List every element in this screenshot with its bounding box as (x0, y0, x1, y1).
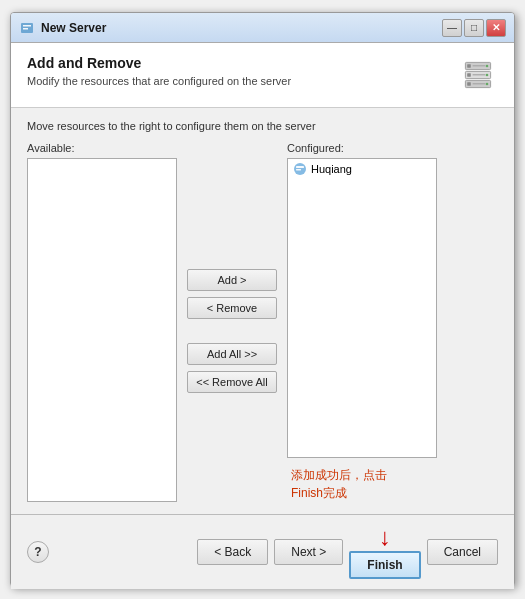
page-title: Add and Remove (27, 55, 291, 71)
svg-rect-4 (467, 64, 471, 68)
svg-point-14 (486, 83, 489, 86)
item-name: Huqiang (311, 163, 352, 175)
main-window: New Server — □ ✕ Add and Remove Modify t… (10, 12, 515, 587)
content-area: Move resources to the right to configure… (11, 108, 514, 514)
maximize-button[interactable]: □ (464, 19, 484, 37)
window-icon (19, 20, 35, 36)
header-icon (458, 55, 498, 95)
header-section: Add and Remove Modify the resources that… (11, 43, 514, 108)
svg-point-6 (486, 65, 489, 68)
add-all-button[interactable]: Add All >> (187, 343, 277, 365)
red-arrow-icon: ↓ (379, 525, 391, 549)
available-label: Available: (27, 142, 177, 154)
svg-rect-16 (296, 166, 304, 168)
back-button[interactable]: < Back (197, 539, 268, 565)
arrow-indicator: ↓ Finish (349, 525, 420, 579)
footer-buttons: < Back Next > ↓ Finish Cancel (197, 525, 498, 579)
svg-rect-2 (23, 28, 28, 30)
next-button[interactable]: Next > (274, 539, 343, 565)
svg-point-10 (486, 74, 489, 77)
window-title: New Server (41, 21, 106, 35)
configured-panel-wrapper: Configured: Huqiang 添加成功后，点击Finish完成 (287, 142, 498, 502)
title-bar: New Server — □ ✕ (11, 13, 514, 43)
finish-button[interactable]: Finish (349, 551, 420, 579)
svg-rect-1 (23, 25, 31, 27)
svg-rect-5 (473, 65, 486, 66)
close-button[interactable]: ✕ (486, 19, 506, 37)
server-icon (460, 57, 496, 93)
svg-rect-13 (473, 83, 486, 84)
available-panel: Available: (27, 142, 177, 502)
remove-button[interactable]: < Remove (187, 297, 277, 319)
action-buttons: Add > < Remove Add All >> << Remove All (177, 160, 287, 502)
available-list[interactable] (27, 158, 177, 502)
title-bar-left: New Server (19, 20, 106, 36)
list-item[interactable]: Huqiang (288, 159, 436, 179)
instruction-text: Move resources to the right to configure… (27, 120, 498, 132)
svg-rect-9 (473, 74, 486, 75)
help-button[interactable]: ? (27, 541, 49, 563)
svg-rect-12 (467, 82, 471, 86)
page-subtitle: Modify the resources that are configured… (27, 75, 291, 87)
configured-label: Configured: (287, 142, 498, 154)
footer: ? < Back Next > ↓ Finish Cancel (11, 514, 514, 589)
panels-row: Available: Add > < Remove Add All >> << … (27, 142, 498, 502)
configured-list[interactable]: Huqiang (287, 158, 437, 458)
header-text: Add and Remove Modify the resources that… (27, 55, 291, 87)
annotation-text: 添加成功后，点击Finish完成 (291, 466, 498, 502)
item-server-icon (293, 162, 307, 176)
svg-rect-17 (296, 169, 301, 171)
svg-rect-8 (467, 73, 471, 77)
add-button[interactable]: Add > (187, 269, 277, 291)
minimize-button[interactable]: — (442, 19, 462, 37)
cancel-button[interactable]: Cancel (427, 539, 498, 565)
remove-all-button[interactable]: << Remove All (187, 371, 277, 393)
title-bar-controls: — □ ✕ (442, 19, 506, 37)
footer-left: ? (27, 541, 49, 563)
